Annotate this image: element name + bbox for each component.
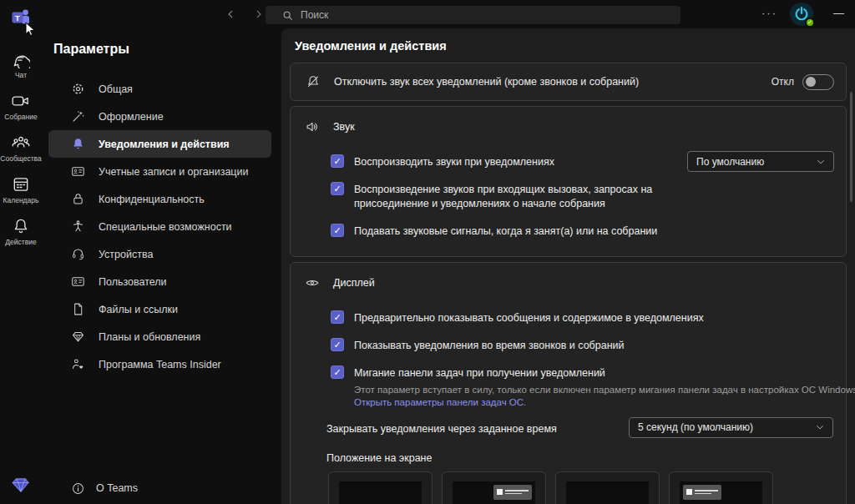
sidebar-item-label: Пользователи xyxy=(99,276,167,288)
rail-item-calendar[interactable]: Календарь xyxy=(3,175,39,204)
sidebar-item-accessibility[interactable]: Специальные возможности xyxy=(48,213,271,240)
display-row-taskbar-flash: ✓ Мигание панели задач при получении уве… xyxy=(291,366,846,407)
rail-item-label: Действие xyxy=(5,238,36,246)
forward-icon[interactable] xyxy=(250,5,267,23)
sidebar-item-label: Файлы и ссылки xyxy=(99,304,178,315)
svg-text:T: T xyxy=(15,13,20,23)
toast-preview-icon xyxy=(683,485,721,500)
taskbar-note: Этот параметр вступает в силу, только ес… xyxy=(354,385,855,395)
checkbox-checked-icon[interactable]: ✓ xyxy=(331,365,344,379)
rail-item-activity[interactable]: Действие xyxy=(5,217,36,246)
premium-diamond-icon[interactable] xyxy=(11,476,31,494)
toggle-state-label: Откл xyxy=(772,76,794,88)
diamond-icon xyxy=(70,330,85,345)
row-label: Подавать звуковые сигналы, когда я занят… xyxy=(354,224,657,239)
sidebar-item-devices[interactable]: Устройства xyxy=(48,240,271,268)
checkbox-checked-icon[interactable]: ✓ xyxy=(331,224,344,237)
sidebar-item-privacy[interactable]: Конфиденциальность xyxy=(48,185,271,213)
speaker-icon xyxy=(305,119,320,134)
info-icon xyxy=(70,481,85,496)
sidebar-item-label: Специальные возможности xyxy=(99,221,232,233)
position-option-top-right[interactable] xyxy=(442,471,546,504)
eye-icon xyxy=(305,275,320,290)
bell-filled-icon xyxy=(70,137,85,152)
sidebar-item-general[interactable]: Общая xyxy=(48,75,271,103)
about-teams[interactable]: О Teams xyxy=(70,481,138,496)
nav-history xyxy=(222,5,267,23)
chevron-down-icon xyxy=(816,157,826,167)
chevron-down-icon xyxy=(815,422,825,432)
search-icon xyxy=(282,10,293,21)
sidebar-item-accounts[interactable]: Учетные записи и организации xyxy=(48,158,271,185)
sidebar-item-label: Учетные записи и организации xyxy=(99,166,248,178)
video-camera-icon xyxy=(11,92,31,110)
settings-content: Уведомления и действия Отключить звук вс… xyxy=(281,28,855,504)
gear-icon xyxy=(70,82,85,97)
rail-item-communities[interactable]: Сообщества xyxy=(0,134,41,163)
close-timing-row: Закрывать уведомления через заданное вре… xyxy=(291,423,846,435)
dropdown-value: 5 секунд (по умолчанию) xyxy=(638,421,753,433)
sidebar-item-appearance[interactable]: Оформление xyxy=(48,103,271,130)
sound-row-busy-sounds: ✓ Подавать звуковые сигналы, когда я зан… xyxy=(291,224,846,239)
avatar[interactable]: ✓ xyxy=(790,3,813,26)
row-label: Мигание панели задач при получении уведо… xyxy=(354,366,855,381)
sidebar-item-label: Конфиденциальность xyxy=(99,194,205,205)
row-label: Воспроизведение звуков при входящих вызо… xyxy=(354,183,721,211)
user-card-icon xyxy=(70,275,85,290)
screen-position-label: Положение на экране xyxy=(291,452,846,464)
row-label: Предварительно показывать сообщения и со… xyxy=(354,311,704,325)
checkbox-checked-icon[interactable]: ✓ xyxy=(331,154,344,168)
sound-section-title: Звук xyxy=(333,121,355,133)
mouse-cursor-icon xyxy=(25,22,37,38)
settings-title: Параметры xyxy=(53,42,281,57)
about-teams-label: О Teams xyxy=(96,482,138,494)
display-row-during-calls: ✓ Показывать уведомления во время звонко… xyxy=(291,339,846,353)
mute-label: Отключить звук всех уведомлений (кроме з… xyxy=(334,76,772,88)
close-timing-label: Закрывать уведомления через заданное вре… xyxy=(326,423,557,435)
sidebar-item-notifications[interactable]: Уведомления и действия xyxy=(48,130,271,158)
display-row-preview: ✓ Предварительно показывать сообщения и … xyxy=(291,311,846,325)
chat-icon xyxy=(12,50,30,68)
bell-icon xyxy=(12,217,30,235)
sidebar-item-insider[interactable]: Программа Teams Insider xyxy=(48,350,271,378)
minimize-button[interactable]: — xyxy=(827,3,851,23)
scrollbar[interactable] xyxy=(850,92,852,202)
more-options-icon[interactable]: ··· xyxy=(761,7,777,19)
search-bar[interactable] xyxy=(266,6,680,24)
checkbox-checked-icon[interactable]: ✓ xyxy=(331,338,344,351)
position-option-bottom-left[interactable] xyxy=(555,471,660,504)
mute-toggle[interactable] xyxy=(802,74,834,90)
display-card: Дисплей ✓ Предварительно показывать сооб… xyxy=(290,262,847,504)
rail-item-label: Собрание xyxy=(4,113,37,121)
file-icon xyxy=(70,302,85,317)
taskbar-settings-link[interactable]: Открыть параметры панели задач ОС. xyxy=(354,397,855,407)
app-rail: T Чат Собрание Сообщества Календарь xyxy=(0,0,42,504)
rail-item-chat[interactable]: Чат xyxy=(12,50,30,79)
close-timing-dropdown[interactable]: 5 секунд (по умолчанию) xyxy=(629,417,833,438)
sound-card: Звук ✓ Воспроизводить звуки при уведомле… xyxy=(290,106,847,257)
row-label: Показывать уведомления во время звонков … xyxy=(354,339,625,353)
calendar-icon xyxy=(12,175,30,194)
rail-item-meet[interactable]: Собрание xyxy=(4,92,37,121)
rail-item-label: Сообщества xyxy=(0,154,41,163)
back-icon[interactable] xyxy=(222,5,239,23)
sidebar-item-files[interactable]: Файлы и ссылки xyxy=(48,295,271,323)
checkbox-checked-icon[interactable]: ✓ xyxy=(331,310,344,324)
rail-item-label: Календарь xyxy=(3,196,39,204)
toast-preview-icon xyxy=(493,485,532,500)
page-title: Уведомления и действия xyxy=(281,28,855,53)
sidebar-item-label: Устройства xyxy=(99,249,153,260)
search-input[interactable] xyxy=(301,9,618,21)
lock-icon xyxy=(70,192,85,207)
accessibility-icon xyxy=(70,219,85,234)
position-option-top-left[interactable] xyxy=(669,471,773,504)
sound-dropdown[interactable]: По умолчанию xyxy=(687,151,834,172)
sidebar-item-label: Общая xyxy=(99,83,133,95)
sidebar-item-plans[interactable]: Планы и обновления xyxy=(48,323,271,350)
sound-row-call-sounds: ✓ Воспроизведение звуков при входящих вы… xyxy=(291,183,846,211)
id-card-icon xyxy=(70,164,85,179)
teams-settings-window: ··· ✓ — T Чат Собрание xyxy=(0,0,855,504)
position-option-bottom-right[interactable] xyxy=(328,471,433,504)
checkbox-checked-icon[interactable]: ✓ xyxy=(331,182,344,195)
sidebar-item-users[interactable]: Пользователи xyxy=(48,268,271,295)
